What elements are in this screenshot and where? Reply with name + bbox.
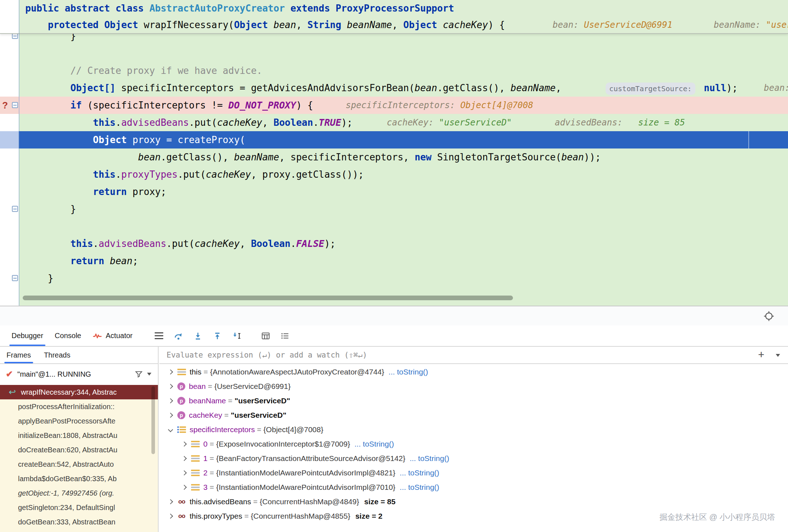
fold-marker-icon[interactable] (12, 102, 18, 108)
tab-threads[interactable]: Threads (37, 347, 77, 363)
frames-list[interactable]: ↩wrapIfNecessary:344, AbstracpostProcess… (0, 385, 158, 532)
code-line[interactable]: this.advisedBeans.put(cacheKey, Boolean.… (0, 235, 788, 252)
stack-frame-row[interactable]: getObject:-1, 749927456 (org. (0, 486, 158, 500)
expand-watches-icon[interactable] (776, 354, 780, 357)
code-line[interactable]: return proxy; (0, 183, 788, 200)
stack-frame-row[interactable]: ↩wrapIfNecessary:344, Abstrac (0, 385, 158, 399)
code-line[interactable]: this.advisedBeans.put(cacheKey, Boolean.… (0, 114, 788, 131)
variable-name: specificInterceptors (190, 425, 255, 434)
code-line[interactable]: } (0, 200, 788, 218)
variable-row[interactable]: oothis.advisedBeans = {ConcurrentHashMap… (159, 495, 788, 509)
step-over-icon[interactable] (174, 331, 183, 341)
code-line[interactable]: if (specificInterceptors != DO_NOT_PROXY… (0, 97, 788, 114)
variable-value: {InstantiationModelAwarePointcutAdvisorI… (216, 469, 395, 477)
evaluate-expression-input[interactable]: Evaluate expression (↵) or add a watch (… (159, 347, 788, 364)
code-line[interactable]: public abstract class AbstractAutoProxyC… (0, 0, 788, 17)
code-line[interactable]: protected Object wrapIfNecessary(Object … (0, 17, 788, 33)
code-line[interactable]: } (0, 270, 788, 287)
tab-frames[interactable]: Frames (0, 347, 37, 363)
frames-panel: Frames Threads ✔ "main"@1... RUNNING ↩wr… (0, 347, 159, 532)
chevron-right-icon[interactable] (182, 456, 187, 461)
variable-row[interactable]: specificInterceptors = {Object[4]@7008} (159, 422, 788, 437)
variable-name: this.proxyTypes (190, 512, 242, 520)
menu-icon[interactable] (154, 331, 164, 341)
chevron-right-icon[interactable] (168, 514, 173, 519)
tostring-link[interactable]: ... toString() (410, 454, 449, 463)
chevron-right-icon[interactable] (182, 485, 187, 490)
fold-marker-icon[interactable] (12, 206, 18, 212)
stack-frame-row[interactable]: applyBeanPostProcessorsAfte (0, 414, 158, 428)
chevron-down-icon[interactable] (168, 427, 173, 432)
step-out-icon[interactable] (213, 331, 222, 341)
stack-frame-label: createBean:542, AbstractAuto (18, 460, 114, 468)
code-line[interactable]: Object[] specificInterceptors = getAdvic… (0, 79, 788, 97)
chevron-right-icon[interactable] (168, 369, 173, 374)
stack-frame-row[interactable]: doCreateBean:620, AbstractAu (0, 443, 158, 457)
tab-console-label: Console (55, 332, 81, 340)
chevron-right-icon[interactable] (168, 413, 173, 418)
tab-actuator-label: Actuator (106, 332, 132, 340)
variable-row[interactable]: pbeanName = "userServiceD" (159, 394, 788, 408)
stack-frame-row[interactable]: initializeBean:1808, AbstractAu (0, 428, 158, 443)
fold-marker-icon[interactable] (12, 275, 18, 281)
layout-settings-icon[interactable] (280, 331, 290, 341)
frames-scrollbar[interactable] (151, 386, 155, 454)
code-editor[interactable]: } // Create proxy if we have advice. Obj… (0, 0, 788, 306)
variable-name: cacheKey (189, 411, 222, 420)
variable-row[interactable]: 0 = {ExposeInvocationInterceptor$1@7009}… (159, 437, 788, 451)
parameter-hint-pill: customTargetSource: (606, 83, 695, 95)
tostring-link[interactable]: ... toString() (400, 483, 439, 492)
filter-icon[interactable] (135, 370, 143, 378)
tostring-link[interactable]: ... toString() (400, 469, 439, 477)
variable-row[interactable]: 1 = {BeanFactoryTransactionAttributeSour… (159, 451, 788, 466)
variable-row[interactable]: this = {AnnotationAwareAspectJAutoProxyC… (159, 365, 788, 379)
gutter-separator (19, 0, 19, 306)
code-line[interactable]: return bean; (0, 252, 788, 270)
code-line[interactable]: // Create proxy if we have advice. (0, 62, 788, 79)
stack-frame-row[interactable]: createBean:542, AbstractAuto (0, 457, 158, 471)
variables-list[interactable]: this = {AnnotationAwareAspectJAutoProxyC… (159, 365, 788, 532)
tab-console[interactable]: Console (49, 325, 87, 346)
stack-frame-row[interactable]: postProcessAfterInitialization:: (0, 399, 158, 414)
code-line[interactable]: bean.getClass(), beanName, specificInter… (0, 148, 788, 166)
tostring-link[interactable]: ... toString() (389, 368, 428, 376)
parameter-icon: p (177, 397, 185, 405)
variable-value: "userServiceD" (235, 396, 290, 405)
tab-actuator[interactable]: Actuator (87, 325, 138, 346)
variable-value: {BeanFactoryTransactionAttributeSourceAd… (216, 454, 406, 463)
chevron-right-icon[interactable] (168, 499, 173, 504)
add-watch-icon[interactable]: + (758, 350, 764, 360)
run-to-cursor-icon[interactable] (232, 331, 242, 341)
variable-value: {Object[4]@7008} (264, 425, 323, 434)
tostring-link[interactable]: ... toString() (354, 440, 394, 448)
variable-name: this.advisedBeans (190, 497, 251, 506)
chevron-right-icon[interactable] (182, 470, 187, 475)
code-line[interactable]: this.proxyTypes.put(cacheKey, proxy.getC… (0, 166, 788, 183)
inline-debug-hint: advisedBeans: size = 85 (555, 114, 685, 131)
code-line[interactable] (0, 45, 788, 62)
variable-row[interactable]: 3 = {InstantiationModelAwarePointcutAdvi… (159, 480, 788, 495)
breakpoint-question-icon[interactable]: ? (2, 97, 8, 114)
chevron-right-icon[interactable] (168, 384, 173, 389)
code-line[interactable] (0, 218, 788, 235)
tab-threads-label: Threads (44, 351, 70, 359)
variable-row[interactable]: 2 = {InstantiationModelAwarePointcutAdvi… (159, 466, 788, 480)
collection-size: size = 2 (355, 512, 382, 520)
code-line[interactable]: Object proxy = createProxy( (0, 131, 788, 148)
step-into-icon[interactable] (193, 331, 203, 341)
target-icon[interactable] (763, 311, 774, 322)
variable-row[interactable]: pcacheKey = "userServiceD" (159, 408, 788, 422)
stack-frame-row[interactable]: getSingleton:234, DefaultSingl (0, 500, 158, 515)
tab-debugger[interactable]: Debugger (6, 325, 49, 346)
stack-frame-row[interactable]: doGetBean:333, AbstractBean (0, 515, 158, 529)
object-icon (191, 454, 200, 463)
horizontal-scrollbar[interactable] (23, 296, 513, 300)
chevron-right-icon[interactable] (182, 442, 187, 447)
chevron-right-icon[interactable] (168, 398, 173, 403)
debugger-tabbar: Debugger Console Actuator (0, 325, 788, 347)
variable-row[interactable]: pbean = {UserServiceD@6991} (159, 379, 788, 394)
stack-frame-row[interactable]: lambda$doGetBean$0:335, Ab (0, 471, 158, 486)
thread-row[interactable]: ✔ "main"@1... RUNNING (0, 364, 158, 384)
view-grid-icon[interactable] (261, 331, 270, 341)
chevron-down-icon[interactable] (147, 373, 151, 376)
